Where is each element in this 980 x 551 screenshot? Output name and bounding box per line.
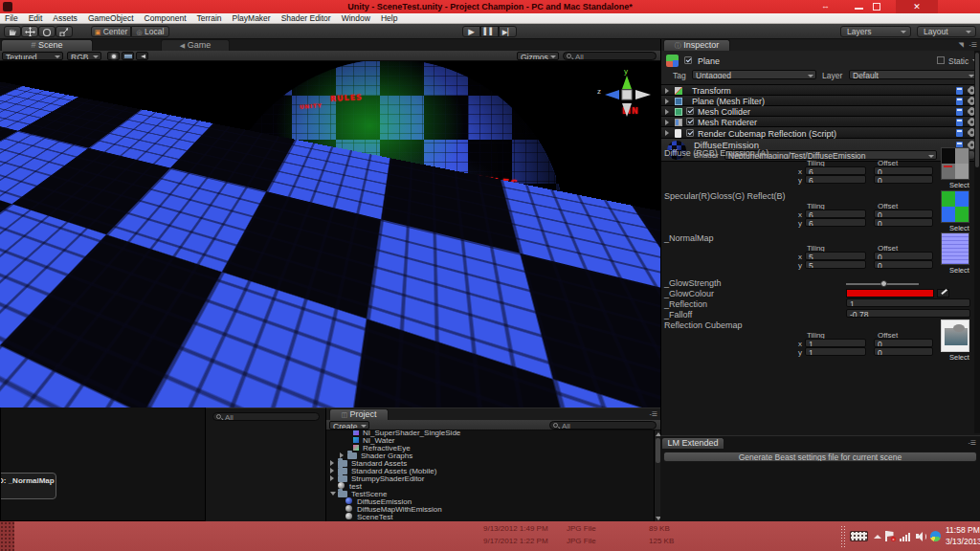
menu-item-playmaker[interactable]: PlayMaker [233, 13, 271, 23]
exclude-path-dropdown[interactable]: None [136, 240, 204, 250]
tiling-y-field[interactable]: 5 [805, 260, 866, 269]
filter-search-input[interactable]: All [212, 412, 320, 421]
gameobject-name[interactable]: Plane [698, 56, 720, 66]
graph-close-icon[interactable]: ✕ [195, 175, 201, 185]
list-item[interactable]: DiffuseMapWithEmission [326, 505, 652, 513]
tag-dropdown[interactable]: Untagged [692, 70, 816, 79]
select-button[interactable]: Select [949, 353, 969, 363]
offset-y-field[interactable]: 0 [874, 218, 933, 227]
step-button[interactable]: ▶▏ [499, 26, 517, 37]
list-item[interactable]: DiffuseEmission [326, 497, 652, 505]
offset-y-field[interactable]: 0 [874, 260, 933, 269]
rotate-tool-button[interactable] [38, 26, 56, 37]
scene-search-input[interactable]: All [563, 52, 657, 60]
layer-dropdown[interactable]: Default [849, 70, 977, 79]
shader-fallback-field[interactable]: Diffuse [136, 213, 204, 223]
touch-keyboard-icon[interactable] [850, 531, 868, 541]
list-item[interactable]: Standard Assets [326, 459, 652, 467]
tab-game[interactable]: ◀ Game [161, 39, 230, 51]
network-globe-icon[interactable] [930, 531, 941, 541]
tiling-y-field[interactable]: 1 [805, 347, 866, 356]
pivot-local-button[interactable]: ◎ Local [131, 26, 169, 37]
start-grip[interactable] [0, 521, 14, 551]
scale-tool-button[interactable] [56, 26, 73, 37]
hand-tool-button[interactable] [4, 26, 21, 37]
tab-project[interactable]: ◫ Project [329, 408, 389, 420]
foldout-color-lighting[interactable]: Color And Lighting Settings [65, 298, 171, 307]
component-enabled-checkbox[interactable] [686, 129, 694, 137]
play-button[interactable]: ▶ [462, 26, 480, 37]
checker-sphere[interactable]: UNITY RULES RULES RULES RULES RULES RULE… [215, 61, 566, 408]
tab-settings[interactable]: Settings [134, 187, 170, 197]
menu-item-help[interactable]: Help [381, 13, 397, 23]
cubemap-texture-thumbnail[interactable] [941, 320, 969, 352]
network-signal-icon[interactable] [900, 532, 912, 541]
menu-item-assets[interactable]: Assets [53, 13, 78, 23]
list-item[interactable]: Standard Assets (Mobile) [326, 467, 652, 474]
list-item[interactable]: RefractiveEye [326, 444, 652, 452]
menu-item-file[interactable]: File [5, 13, 18, 23]
tab-node[interactable]: Node [61, 187, 98, 197]
tray-expand-icon[interactable] [874, 535, 881, 539]
color-picker-button[interactable] [937, 289, 949, 298]
project-search-input[interactable]: All [549, 421, 657, 430]
action-center-flag-icon[interactable]: x [885, 531, 894, 541]
component-render-cubemap[interactable]: Render Cubemap Reflection (Script) [661, 127, 980, 139]
select-button[interactable]: Select [949, 266, 969, 276]
component-transform[interactable]: Transform [661, 85, 980, 96]
restore-down-icon[interactable]: ↔ [821, 1, 830, 11]
help-book-icon[interactable] [956, 98, 963, 105]
tiling-x-field[interactable]: 6 [805, 166, 866, 175]
lighting-toggle[interactable] [107, 52, 120, 60]
scrollbar-thumb[interactable] [975, 53, 979, 167]
tab-lm-extended[interactable]: LM Extended [661, 437, 724, 449]
clock-date[interactable]: 3/13/2013 [946, 537, 978, 546]
menu-item-shader-editor[interactable]: Shader Editor [281, 13, 331, 23]
list-item[interactable]: SceneTest [326, 513, 652, 520]
audio-toggle[interactable] [136, 52, 148, 60]
shader-model-dropdown[interactable]: Three [136, 227, 204, 236]
help-book-icon[interactable] [956, 108, 963, 116]
static-checkbox[interactable] [937, 56, 945, 64]
shader-name-field[interactable]: NeptuneImaging/Test/C [136, 200, 204, 209]
foldout-queue-settings[interactable]: Queue Settings [65, 257, 129, 267]
tiling-x-field[interactable]: 5 [805, 252, 866, 260]
tiling-x-field[interactable]: 1 [805, 339, 866, 347]
layout-dropdown[interactable]: Layout [917, 26, 976, 37]
tiling-y-field[interactable]: 6 [805, 218, 866, 227]
clock-time[interactable]: 11:58 PM [946, 525, 978, 535]
maximize-button[interactable] [873, 3, 880, 11]
volume-icon[interactable] [916, 532, 927, 541]
help-book-icon[interactable] [956, 129, 963, 137]
minimize-button[interactable] [855, 8, 863, 10]
offset-x-field[interactable]: 0 [874, 339, 933, 347]
tiling-x-field[interactable]: 6 [805, 209, 866, 218]
component-mesh-renderer[interactable]: Mesh Renderer [661, 117, 980, 127]
tiling-y-field[interactable]: 6 [805, 175, 866, 184]
channel-dropdown[interactable]: RGB [67, 52, 101, 60]
generate-beast-button[interactable]: Generate Beast settings file for current… [663, 452, 977, 462]
menu-item-terrain[interactable]: Terrain [197, 13, 222, 23]
select-button[interactable]: Select [949, 181, 969, 190]
foldout-culling-depth[interactable]: Culling and Depth Settings [65, 271, 169, 280]
inspector-scrollbar[interactable] [974, 51, 980, 433]
diffuse-texture-thumbnail[interactable] [941, 147, 969, 180]
tab-nodes[interactable]: Nodes [170, 187, 206, 197]
panel-menu-icon[interactable]: -☰ [969, 40, 977, 50]
panel-menu-icon[interactable]: -☰ [649, 409, 657, 419]
menu-item-gameobject[interactable]: GameObject [88, 13, 134, 23]
menu-item-edit[interactable]: Edit [29, 13, 43, 23]
list-item[interactable]: NI_Water [326, 436, 652, 444]
slider-knob[interactable] [880, 280, 887, 287]
layers-dropdown[interactable]: Layers [840, 26, 911, 37]
menu-item-window[interactable]: Window [342, 13, 370, 23]
active-checkbox[interactable] [684, 56, 692, 64]
graph-minimize-icon[interactable]: ▫ [188, 175, 189, 185]
glow-strength-slider[interactable] [846, 283, 919, 285]
orientation-gizmo[interactable]: y z [595, 65, 658, 124]
offset-x-field[interactable]: 0 [874, 252, 933, 260]
render-mode-dropdown[interactable]: Textured [2, 52, 63, 60]
help-book-icon[interactable] [956, 87, 963, 95]
component-mesh-collider[interactable]: Mesh Collider [661, 106, 980, 117]
component-mesh-filter[interactable]: Plane (Mesh Filter) [661, 96, 980, 106]
